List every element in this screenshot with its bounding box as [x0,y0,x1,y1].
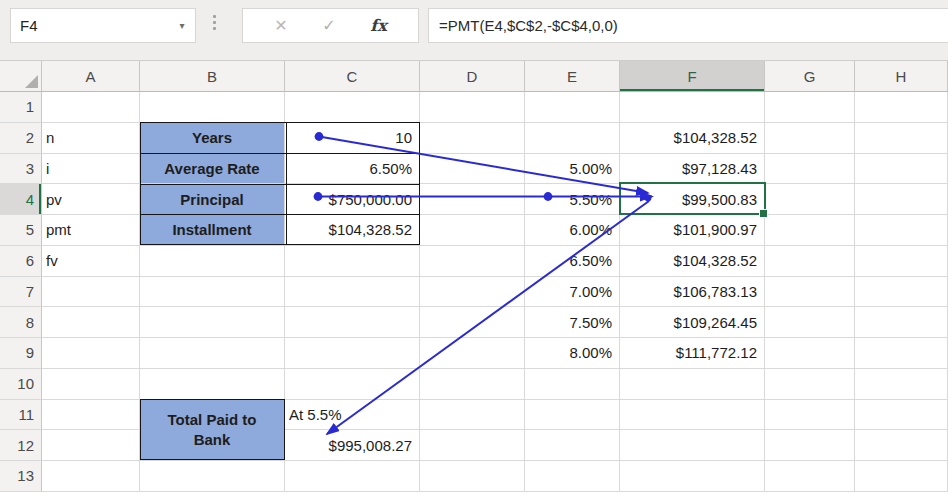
enter-icon[interactable]: ✓ [322,16,335,35]
cell-E10[interactable] [525,369,620,400]
row-header-2[interactable]: 2 [0,123,42,154]
cell-E6[interactable]: 6.50% [525,246,620,277]
cell-C4[interactable]: $750,000.00 [285,184,420,215]
cell-A4[interactable]: pv [42,184,140,215]
cell-B4[interactable]: Principal [140,184,285,215]
row-header-4[interactable]: 4 [0,184,42,215]
column-header-B[interactable]: B [140,61,285,92]
cell-H5[interactable] [855,215,948,246]
cell-G11[interactable] [765,400,855,431]
cell-E9[interactable]: 8.00% [525,338,620,369]
cell-D3[interactable] [420,154,525,185]
formula-input[interactable]: =PMT(E4,$C$2,-$C$4,0,0) [428,8,948,43]
cell-F7[interactable]: $106,783.13 [620,277,765,308]
cell-A9[interactable] [42,338,140,369]
cell-A3[interactable]: i [42,154,140,185]
cell-H6[interactable] [855,246,948,277]
cell-F2[interactable]: $104,328.52 [620,123,765,154]
row-header-3[interactable]: 3 [0,154,42,185]
cell-D11[interactable] [420,400,525,431]
cell-D9[interactable] [420,338,525,369]
cell-E5[interactable]: 6.00% [525,215,620,246]
column-header-E[interactable]: E [525,61,620,92]
cell-D8[interactable] [420,307,525,338]
cell-E7[interactable]: 7.00% [525,277,620,308]
formula-bar-resize-handle[interactable] [213,15,216,30]
cell-D1[interactable] [420,92,525,123]
cell-B3[interactable]: Average Rate [140,154,285,185]
cell-F3[interactable]: $97,128.43 [620,154,765,185]
cell-H7[interactable] [855,277,948,308]
cell-H13[interactable] [855,461,948,492]
cell-D13[interactable] [420,461,525,492]
cell-E4[interactable]: 5.50% [525,184,620,215]
cell-H12[interactable] [855,430,948,461]
cell-B8[interactable] [140,307,285,338]
cancel-icon[interactable]: ✕ [274,16,287,35]
cell-D4[interactable] [420,184,525,215]
column-header-G[interactable]: G [765,61,855,92]
cell-A13[interactable] [42,461,140,492]
cell-F11[interactable] [620,400,765,431]
cell-C13[interactable] [285,461,420,492]
cell-G5[interactable] [765,215,855,246]
cell-E8[interactable]: 7.50% [525,307,620,338]
cell-A5[interactable]: pmt [42,215,140,246]
cell-A11[interactable] [42,400,140,431]
row-header-13[interactable]: 13 [0,461,42,492]
cell-D12[interactable] [420,430,525,461]
cell-C5[interactable]: $104,328.52 [285,215,420,246]
cell-C10[interactable] [285,369,420,400]
row-header-7[interactable]: 7 [0,277,42,308]
cell-G12[interactable] [765,430,855,461]
cell-C1[interactable] [285,92,420,123]
cell-H9[interactable] [855,338,948,369]
cell-C8[interactable] [285,307,420,338]
row-header-1[interactable]: 1 [0,92,42,123]
formula-text[interactable]: =PMT(E4,$C$2,-$C$4,0,0) [429,17,618,34]
cell-H3[interactable] [855,154,948,185]
cell-B2[interactable]: Years [140,123,285,154]
row-header-6[interactable]: 6 [0,246,42,277]
cell-E12[interactable] [525,430,620,461]
cell-G2[interactable] [765,123,855,154]
cell-D6[interactable] [420,246,525,277]
row-header-12[interactable]: 12 [0,430,42,461]
column-header-H[interactable]: H [855,61,948,92]
row-header-5[interactable]: 5 [0,215,42,246]
cell-C6[interactable] [285,246,420,277]
cell-B13[interactable] [140,461,285,492]
cell-G7[interactable] [765,277,855,308]
cell-E3[interactable]: 5.00% [525,154,620,185]
cell-B7[interactable] [140,277,285,308]
cell-B1[interactable] [140,92,285,123]
cell-C9[interactable] [285,338,420,369]
cell-A12[interactable] [42,430,140,461]
row-header-10[interactable]: 10 [0,369,42,400]
cell-A1[interactable] [42,92,140,123]
cell-H2[interactable] [855,123,948,154]
cell-A10[interactable] [42,369,140,400]
cell-A2[interactable]: n [42,123,140,154]
cell-H8[interactable] [855,307,948,338]
row-header-8[interactable]: 8 [0,307,42,338]
column-header-D[interactable]: D [420,61,525,92]
column-header-A[interactable]: A [42,61,140,92]
cell-B5[interactable]: Installment [140,215,285,246]
cell-G1[interactable] [765,92,855,123]
cell-D5[interactable] [420,215,525,246]
cell-F1[interactable] [620,92,765,123]
cell-C11[interactable]: At 5.5% [285,400,420,431]
cell-C7[interactable] [285,277,420,308]
cell-C2[interactable]: 10 [285,123,420,154]
cell-E13[interactable] [525,461,620,492]
cell-B9[interactable] [140,338,285,369]
column-header-F[interactable]: F [620,61,765,92]
cell-A7[interactable] [42,277,140,308]
cell-D7[interactable] [420,277,525,308]
select-all-corner[interactable] [0,61,42,92]
cell-F13[interactable] [620,461,765,492]
cell-H1[interactable] [855,92,948,123]
row-header-9[interactable]: 9 [0,338,42,369]
cell-F4[interactable]: $99,500.83 [620,184,765,215]
